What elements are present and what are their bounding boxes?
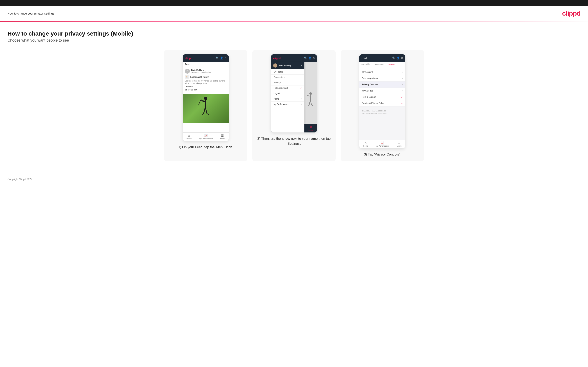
tab-myprofile[interactable]: My Profile	[359, 62, 372, 67]
setting-privacypolicy[interactable]: Service & Privacy Policy ↗	[359, 100, 405, 107]
nav3-performance[interactable]: 📈 My Performance	[376, 141, 389, 147]
menu-user-avatar	[273, 63, 277, 67]
helpsupport-label: Help & Support	[362, 96, 376, 98]
menu-item-myperformance[interactable]: My Performance ∨	[271, 102, 304, 107]
nav2-menu[interactable]: ✕ Menu	[309, 125, 313, 131]
settings-icon-2[interactable]: ⊙	[313, 57, 315, 59]
dataintegrations-arrow: ›	[402, 77, 403, 79]
setting-helpsupport[interactable]: Help & Support ↗	[359, 94, 405, 100]
menu-user-name: Blair McHarg	[279, 65, 292, 67]
menu-item-help[interactable]: Help & Support ↗	[271, 85, 304, 91]
nav-menu-label: Menu	[220, 138, 225, 140]
top-bar	[0, 0, 588, 6]
phone-2-logo: clippd	[273, 57, 280, 60]
nav3-home[interactable]: ⌂ Home	[363, 141, 368, 147]
tab-connections[interactable]: Connections	[372, 62, 386, 67]
phone-1-topbar: clippd 🔍 👤 ⊙	[183, 54, 229, 62]
profile-icon-2[interactable]: 👤	[308, 57, 311, 59]
performance-icon-3: 📈	[380, 141, 384, 144]
chevron-up-icon[interactable]: ∧	[301, 64, 302, 67]
dataintegrations-label: Data Integrations	[362, 77, 378, 79]
settings-list: My Account › Data Integrations › Privacy…	[359, 69, 405, 107]
golf-image	[183, 94, 229, 123]
phone-2-content: Blair McHarg ∧ My Profile Connections Se…	[271, 62, 317, 133]
back-button[interactable]: ‹ Back	[362, 57, 367, 59]
post-duration-value: 01 hr : 30 min	[185, 89, 226, 91]
mygolfbag-label: My Golf Bag	[362, 90, 373, 92]
myaccount-arrow: ›	[402, 71, 403, 73]
step-2-caption: 2) Then, tap the arrow next to your name…	[257, 136, 331, 146]
helpsupport-ext-icon: ↗	[401, 96, 403, 98]
menu-item-settings[interactable]: Settings	[271, 80, 304, 85]
menu-icon: ☰	[221, 134, 224, 137]
post-duration: Duration	[185, 85, 226, 88]
menu-icon-3: ☰	[398, 141, 400, 144]
menu-item-connections[interactable]: Connections	[271, 75, 304, 80]
privacycontrols-label: Privacy Controls	[362, 83, 378, 86]
svg-line-5	[204, 107, 205, 114]
phone-3-content: My Account › Data Integrations › Privacy…	[359, 69, 405, 140]
settings-icon-3[interactable]: ⊙	[401, 57, 403, 59]
phone-3-mockup: ‹ Back 🔍 👤 ⊙ My Profile Connections Sett…	[359, 54, 405, 148]
phone-2-menu: Blair McHarg ∧ My Profile Connections Se…	[271, 62, 304, 133]
performance-icon: 📈	[204, 134, 208, 137]
main-content: How to change your privacy settings (Mob…	[0, 22, 588, 174]
svg-line-7	[202, 114, 204, 115]
external-link-icon: ↗	[300, 87, 302, 89]
menu-user-left: Blair McHarg	[273, 63, 292, 67]
nav-home[interactable]: ⌂ Home	[187, 134, 191, 140]
lesson-icon: 🏌	[185, 75, 189, 79]
tab-settings[interactable]: Settings	[386, 62, 398, 67]
svg-line-1	[205, 100, 206, 107]
menu-item-myprofile[interactable]: My Profile	[271, 69, 304, 75]
nav-performance-label: My Performance	[199, 138, 213, 140]
search-icon-2[interactable]: 🔍	[304, 57, 307, 59]
post-meta: Yesterday · Sunningdale	[191, 71, 211, 73]
close-icon: ✕	[310, 125, 312, 129]
profile-icon[interactable]: 👤	[220, 57, 223, 59]
page-heading: How to change your privacy settings (Mob…	[8, 30, 580, 37]
nav3-menu[interactable]: ☰ Menu	[397, 141, 402, 147]
profile-icon-3[interactable]: 👤	[397, 57, 400, 59]
setting-myaccount[interactable]: My Account ›	[359, 69, 405, 75]
help-label: Help & Support	[274, 87, 288, 89]
step-1-card: clippd 🔍 👤 ⊙ Feed B Blair McHarg	[164, 50, 247, 161]
search-icon-3[interactable]: 🔍	[392, 57, 395, 59]
setting-privacycontrols[interactable]: Privacy Controls ›	[359, 82, 405, 88]
back-label: Back	[363, 57, 367, 59]
nav3-performance-label: My Performance	[376, 145, 389, 147]
phone-3-bottom-nav: ⌂ Home 📈 My Performance ☰ Menu	[359, 140, 405, 148]
phone-2-mockup: clippd 🔍 👤 ⊙	[271, 54, 317, 133]
svg-line-11	[307, 95, 310, 96]
nav3-home-label: Home	[363, 145, 368, 147]
back-arrow-icon: ‹	[362, 57, 362, 59]
setting-dataintegrations[interactable]: Data Integrations ›	[359, 75, 405, 82]
step-2-card: clippd 🔍 👤 ⊙	[252, 50, 336, 161]
phone-1-icons: 🔍 👤 ⊙	[216, 57, 226, 59]
svg-line-13	[311, 100, 312, 105]
phone-1-mockup: clippd 🔍 👤 ⊙ Feed B Blair McHarg	[183, 54, 229, 141]
svg-line-14	[308, 105, 309, 106]
privacypolicy-ext-icon: ↗	[401, 102, 403, 104]
menu-item-logout[interactable]: Logout	[271, 91, 304, 96]
version-info: Clippd Client Version: 2022.8.3-3 GQL Se…	[359, 108, 405, 116]
settings-icon[interactable]: ⊙	[225, 57, 226, 59]
nav-menu[interactable]: ☰ Menu	[220, 134, 225, 140]
svg-line-12	[309, 100, 311, 105]
search-icon[interactable]: 🔍	[216, 57, 219, 59]
svg-line-10	[311, 95, 311, 100]
phone-3-icons: 🔍 👤 ⊙	[392, 57, 403, 59]
nav-performance[interactable]: 📈 My Performance	[199, 134, 213, 140]
lesson-title: Lesson with Fordy	[190, 76, 209, 78]
setting-mygolfbag[interactable]: My Golf Bag ›	[359, 88, 405, 94]
bg-golfer	[304, 78, 317, 124]
golfer-silhouette	[197, 96, 214, 121]
nav2-menu-label: Menu	[309, 129, 313, 131]
bg-golfer-svg	[304, 89, 317, 114]
copyright-text: Copyright Clippd 2022	[8, 178, 32, 181]
phone-2-topbar: clippd 🔍 👤 ⊙	[271, 54, 317, 62]
feed-post: B Blair McHarg Yesterday · Sunningdale 🏌…	[183, 67, 229, 94]
menu-item-home[interactable]: Home ∨	[271, 96, 304, 102]
post-avatar-row: B Blair McHarg Yesterday · Sunningdale	[185, 69, 226, 74]
home-icon-3: ⌂	[365, 141, 366, 144]
